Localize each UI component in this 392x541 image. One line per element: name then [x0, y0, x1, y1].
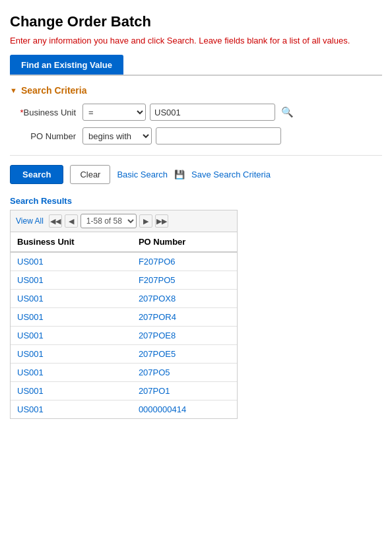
results-table: Business Unit PO Number US001F207PO6US00… — [11, 232, 237, 418]
cell-po-number: 207POX8 — [132, 290, 237, 308]
required-star: * — [20, 108, 23, 117]
collapse-triangle-icon[interactable]: ▼ — [10, 86, 17, 94]
results-table-container: View All ◀◀ ◀ 1-58 of 58 ▶ ▶▶ Business U… — [10, 210, 238, 419]
po-number-link[interactable]: 207POX8 — [139, 294, 176, 303]
table-row: US001207POE8 — [11, 327, 237, 345]
business-unit-row: *Business Unit = begins with contains en… — [10, 104, 382, 121]
table-header-row: Business Unit PO Number — [11, 232, 237, 252]
search-criteria-label: Search Criteria — [21, 85, 87, 96]
cell-po-number: F207PO5 — [132, 271, 237, 290]
action-buttons-row: Search Clear Basic Search 💾 Save Search … — [10, 155, 382, 184]
po-number-link[interactable]: 207POR4 — [139, 312, 176, 322]
cell-business-unit: US001 — [11, 271, 132, 290]
po-number-row: PO Number begins with = contains ends wi… — [10, 127, 382, 144]
cell-business-unit: US001 — [11, 345, 132, 364]
basic-search-button[interactable]: Basic Search — [117, 170, 168, 179]
search-criteria-header: ▼ Search Criteria — [10, 85, 382, 96]
business-unit-link[interactable]: US001 — [17, 404, 44, 414]
tab-find-existing-value[interactable]: Find an Existing Value — [10, 55, 123, 75]
po-number-input[interactable] — [156, 127, 281, 144]
business-unit-link[interactable]: US001 — [17, 349, 44, 359]
last-page-button[interactable]: ▶▶ — [155, 214, 168, 228]
table-row: US001207POE5 — [11, 345, 237, 364]
business-unit-link[interactable]: US001 — [17, 257, 44, 267]
table-row: US001207POX8 — [11, 290, 237, 308]
cell-business-unit: US001 — [11, 290, 132, 308]
search-form: *Business Unit = begins with contains en… — [10, 104, 382, 144]
save-search-button[interactable]: Save Search Criteria — [191, 170, 271, 179]
po-number-operator[interactable]: begins with = contains ends with not = — [82, 127, 152, 144]
cell-po-number: 207PO5 — [132, 364, 237, 382]
subtitle-red: Leave fields blank for a list of all val… — [199, 36, 350, 46]
table-row: US001F207PO6 — [11, 252, 237, 271]
business-unit-link[interactable]: US001 — [17, 331, 44, 340]
cell-business-unit: US001 — [11, 252, 132, 271]
prev-page-button[interactable]: ◀ — [65, 214, 78, 228]
business-unit-label: *Business Unit — [10, 108, 82, 117]
cell-business-unit: US001 — [11, 382, 132, 400]
business-unit-link[interactable]: US001 — [17, 294, 44, 303]
page-title: Change Order Batch — [10, 13, 382, 30]
table-row: US001207PO1 — [11, 382, 237, 400]
po-number-link[interactable]: 0000000414 — [139, 404, 186, 414]
po-number-link[interactable]: F207PO5 — [139, 275, 176, 285]
page-subtitle: Enter any information you have and click… — [10, 36, 382, 46]
pagination-bar: View All ◀◀ ◀ 1-58 of 58 ▶ ▶▶ — [11, 210, 237, 232]
po-number-link[interactable]: 207PO5 — [139, 367, 170, 377]
po-number-link[interactable]: 207POE8 — [139, 331, 176, 340]
po-number-link[interactable]: 207PO1 — [139, 386, 170, 396]
save-icon: 💾 — [174, 170, 185, 179]
page-range-select[interactable]: 1-58 of 58 — [81, 214, 137, 228]
business-unit-link[interactable]: US001 — [17, 367, 44, 377]
business-unit-input[interactable] — [150, 104, 275, 121]
next-page-button[interactable]: ▶ — [139, 214, 152, 228]
view-all-label[interactable]: View All — [16, 216, 44, 226]
first-page-button[interactable]: ◀◀ — [49, 214, 62, 228]
cell-po-number: 207POE5 — [132, 345, 237, 364]
business-unit-link[interactable]: US001 — [17, 275, 44, 285]
col-header-po-number: PO Number — [132, 232, 237, 252]
tab-bar: Find an Existing Value — [10, 55, 382, 76]
cell-business-unit: US001 — [11, 400, 132, 419]
cell-po-number: F207PO6 — [132, 252, 237, 271]
table-row: US0010000000414 — [11, 400, 237, 419]
clear-button[interactable]: Clear — [70, 165, 110, 184]
cell-business-unit: US001 — [11, 308, 132, 327]
po-number-link[interactable]: 207POE5 — [139, 349, 176, 359]
business-unit-link[interactable]: US001 — [17, 312, 44, 322]
subtitle-plain: Enter any information you have and click… — [10, 36, 197, 46]
cell-po-number: 0000000414 — [132, 400, 237, 419]
search-button[interactable]: Search — [10, 165, 63, 184]
po-number-controls: begins with = contains ends with not = — [82, 127, 281, 144]
table-row: US001F207PO5 — [11, 271, 237, 290]
business-unit-operator[interactable]: = begins with contains ends with not = — [82, 104, 146, 121]
business-unit-search-icon[interactable]: 🔍 — [279, 106, 296, 118]
cell-business-unit: US001 — [11, 364, 132, 382]
search-results-label: Search Results — [10, 196, 382, 206]
po-number-label: PO Number — [10, 131, 82, 141]
col-header-business-unit: Business Unit — [11, 232, 132, 252]
po-number-link[interactable]: F207PO6 — [139, 257, 176, 267]
cell-po-number: 207POE8 — [132, 327, 237, 345]
business-unit-link[interactable]: US001 — [17, 386, 44, 396]
cell-business-unit: US001 — [11, 327, 132, 345]
table-row: US001207PO5 — [11, 364, 237, 382]
table-row: US001207POR4 — [11, 308, 237, 327]
cell-po-number: 207PO1 — [132, 382, 237, 400]
business-unit-controls: = begins with contains ends with not = 🔍 — [82, 104, 296, 121]
cell-po-number: 207POR4 — [132, 308, 237, 327]
